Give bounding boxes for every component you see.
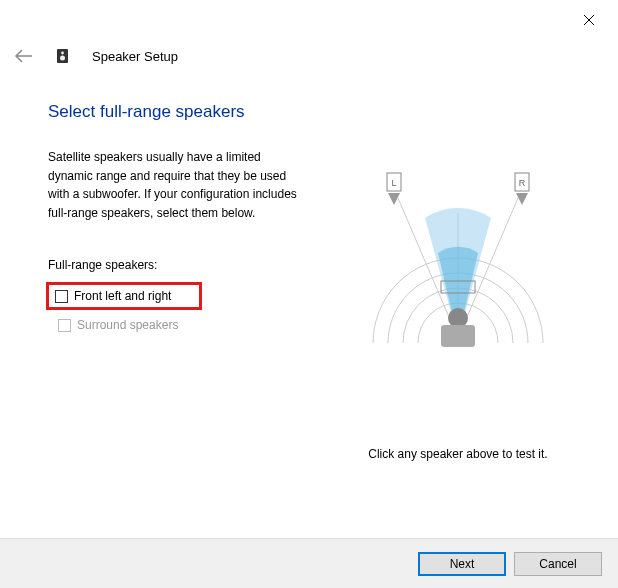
svg-text:L: L: [391, 178, 396, 188]
svg-rect-7: [441, 325, 475, 347]
wizard-footer: Next Cancel: [0, 538, 618, 588]
speaker-setup-icon: [54, 47, 72, 65]
diagram-hint: Click any speaker above to test it.: [368, 447, 547, 461]
next-button[interactable]: Next: [418, 552, 506, 576]
svg-point-1: [61, 52, 64, 55]
checkbox-label: Surround speakers: [77, 318, 178, 332]
close-button[interactable]: [574, 8, 604, 32]
wizard-title: Speaker Setup: [92, 49, 178, 64]
back-button[interactable]: [14, 46, 34, 66]
close-icon: [583, 14, 595, 26]
section-label: Full-range speakers:: [48, 258, 298, 272]
checkbox-surround-speakers: Surround speakers: [48, 314, 298, 336]
cancel-button[interactable]: Cancel: [514, 552, 602, 576]
description-text: Satellite speakers usually have a limite…: [48, 148, 298, 222]
wizard-header: Speaker Setup: [14, 46, 178, 66]
page-heading: Select full-range speakers: [48, 102, 588, 122]
back-arrow-icon: [15, 49, 33, 63]
checkbox-front-left-right[interactable]: Front left and right: [46, 282, 202, 310]
checkbox-icon: [55, 290, 68, 303]
speaker-diagram[interactable]: L R: [353, 163, 563, 363]
checkbox-icon: [58, 319, 71, 332]
svg-point-2: [60, 56, 65, 61]
svg-text:R: R: [519, 178, 526, 188]
checkbox-label: Front left and right: [74, 289, 171, 303]
